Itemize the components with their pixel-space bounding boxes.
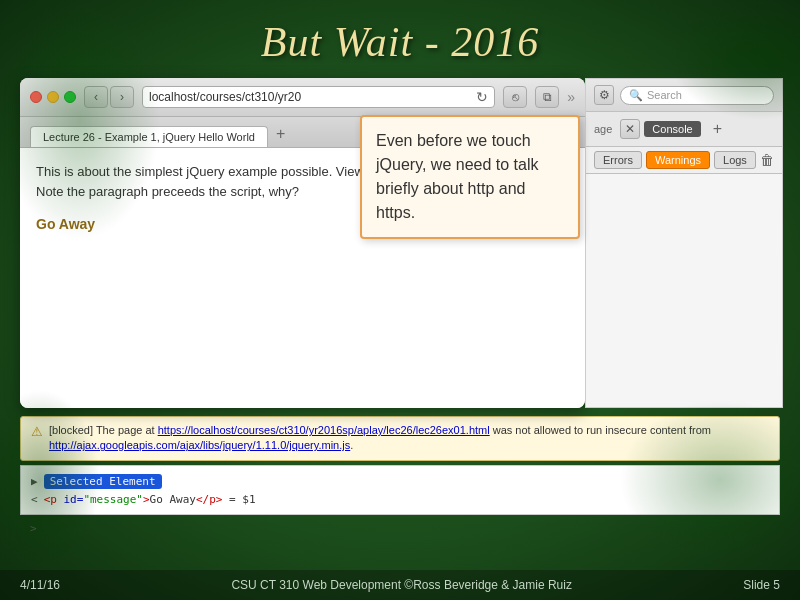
console-prompt[interactable]: > [20,519,780,538]
search-placeholder: Search [647,89,682,101]
filter-row: Errors Warnings Logs 🗑 [586,147,782,174]
forward-button[interactable]: › [110,86,134,108]
address-bar[interactable]: localhost/courses/ct310/yr20 ↻ [142,86,495,108]
devtools-new-tab-button[interactable]: + [705,116,730,142]
reload-button[interactable]: ↻ [476,89,488,105]
footer-date: 4/11/16 [20,578,60,592]
maximize-dot[interactable] [64,91,76,103]
search-icon: 🔍 [629,89,643,102]
filter-errors-button[interactable]: Errors [594,151,642,169]
devtools-panel: ⚙ 🔍 Search age ✕ Console + Errors Warnin… [585,78,783,408]
go-away-button[interactable]: Go Away [36,216,95,232]
devtools-toolbar: ⚙ 🔍 Search [586,79,782,112]
share-button[interactable]: ⎋ [503,86,527,108]
slide-title: But Wait - 2016 [0,0,800,78]
footer-slide: Slide 5 [743,578,780,592]
minimize-dot[interactable] [47,91,59,103]
browser-titlebar: ‹ › localhost/courses/ct310/yr20 ↻ ⎋ ⧉ » [20,78,585,117]
new-tab-button[interactable]: + [268,121,293,147]
address-text: localhost/courses/ct310/yr20 [149,90,472,104]
window-button[interactable]: ⧉ [535,86,559,108]
console-close-icon[interactable]: ✕ [620,119,640,139]
nav-buttons: ‹ › [84,86,134,108]
console-output: ▶ Selected Element < <p id="message">Go … [20,465,780,515]
filter-warnings-button[interactable]: Warnings [646,151,710,169]
clear-console-button[interactable]: 🗑 [760,152,774,168]
warning-link-1[interactable]: https://localhost/courses/ct310/yr2016sp… [158,424,490,436]
back-button[interactable]: ‹ [84,86,108,108]
more-button[interactable]: » [567,89,575,105]
tab-console[interactable]: Console [644,121,700,137]
console-warning: ⚠ [blocked] The page at https://localhos… [31,423,769,454]
devtools-gear-icon[interactable]: ⚙ [594,85,614,105]
console-line-2: < <p id="message">Go Away</p> = $1 [31,491,769,508]
close-dot[interactable] [30,91,42,103]
console-warning-section: ⚠ [blocked] The page at https://localhos… [20,416,780,461]
browser-tab[interactable]: Lecture 26 - Example 1, jQuery Hello Wor… [30,126,268,147]
console-expand-arrow[interactable]: ▶ [31,475,38,488]
devtools-page-label: age [594,123,612,135]
footer: 4/11/16 CSU CT 310 Web Development ©Ross… [0,570,800,600]
console-code: <p id="message">Go Away</p> = $1 [44,493,256,506]
warning-text: [blocked] The page at https://localhost/… [49,423,769,454]
console-line-1: ▶ Selected Element [31,472,769,491]
devtools-search-bar[interactable]: 🔍 Search [620,86,774,105]
tooltip-box: Even before we touch jQuery, we need to … [360,115,580,239]
warning-icon: ⚠ [31,424,43,439]
tooltip-text: Even before we touch jQuery, we need to … [376,132,538,221]
warning-link-2[interactable]: http://ajax.googleapis.com/ajax/libs/jqu… [49,439,350,451]
footer-center: CSU CT 310 Web Development ©Ross Beverid… [231,578,572,592]
filter-logs-button[interactable]: Logs [714,151,756,169]
traffic-lights [30,91,76,103]
selected-element-badge[interactable]: Selected Element [44,474,162,489]
devtools-tabs-row: age ✕ Console + [586,112,782,147]
console-line-arrow: < [31,493,38,506]
